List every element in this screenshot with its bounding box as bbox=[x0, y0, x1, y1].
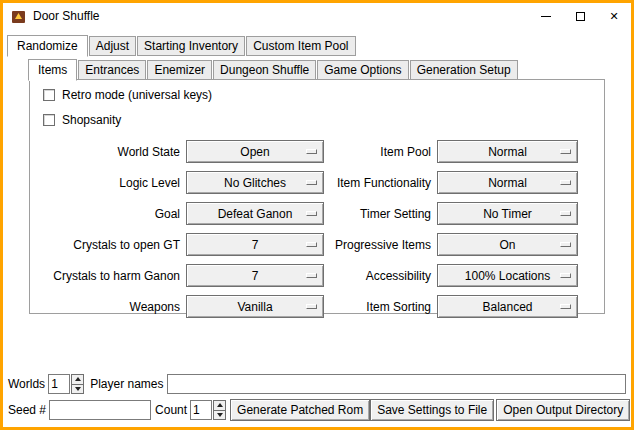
world-state-label: World State bbox=[36, 145, 180, 159]
item-functionality-row: Item Functionality Normal bbox=[322, 167, 578, 198]
progressive-items-value: On bbox=[499, 238, 515, 252]
dropdown-indicator-icon bbox=[560, 180, 571, 185]
timer-setting-label: Timer Setting bbox=[322, 207, 431, 221]
count-input[interactable] bbox=[190, 400, 212, 420]
open-output-button[interactable]: Open Output Directory bbox=[496, 399, 630, 421]
tab-items[interactable]: Items bbox=[28, 59, 77, 81]
down-arrow-icon bbox=[75, 387, 81, 391]
items-pane: Retro mode (universal keys) Shopsanity W… bbox=[29, 79, 605, 314]
progressive-items-label: Progressive Items bbox=[322, 238, 431, 252]
item-sorting-label: Item Sorting bbox=[322, 300, 431, 314]
save-settings-button[interactable]: Save Settings to File bbox=[370, 399, 494, 421]
seed-row: Seed # Count Generate Patched Rom Save S… bbox=[8, 399, 626, 421]
app-icon bbox=[11, 9, 26, 24]
item-pool-dropdown[interactable]: Normal bbox=[437, 140, 578, 163]
weapons-value: Vanilla bbox=[237, 300, 272, 314]
crystals-ganon-dropdown[interactable]: 7 bbox=[186, 264, 324, 287]
tab-dungeon-shuffle[interactable]: Dungeon Shuffle bbox=[213, 60, 316, 80]
window-controls: ✕ bbox=[529, 3, 631, 29]
weapons-label: Weapons bbox=[36, 300, 180, 314]
tab-game-options[interactable]: Game Options bbox=[317, 60, 408, 80]
client-area: Randomize Adjust Starting Inventory Cust… bbox=[3, 29, 631, 427]
world-state-row: World State Open bbox=[36, 136, 324, 167]
minimize-button[interactable] bbox=[529, 3, 563, 29]
crystals-gt-dropdown[interactable]: 7 bbox=[186, 233, 324, 256]
crystals-ganon-value: 7 bbox=[252, 269, 259, 283]
world-state-value: Open bbox=[240, 145, 269, 159]
timer-setting-dropdown[interactable]: No Timer bbox=[437, 202, 578, 225]
shopsanity-row: Shopsanity bbox=[43, 113, 121, 127]
player-names-label: Player names bbox=[90, 377, 163, 391]
count-down-button[interactable] bbox=[213, 410, 226, 421]
logic-level-row: Logic Level No Glitches bbox=[36, 167, 324, 198]
item-pool-row: Item Pool Normal bbox=[322, 136, 578, 167]
retro-mode-checkbox[interactable] bbox=[43, 89, 55, 101]
dropdown-indicator-icon bbox=[560, 211, 571, 216]
count-spinner bbox=[190, 400, 226, 420]
maximize-icon bbox=[576, 12, 585, 21]
worlds-input[interactable] bbox=[48, 374, 70, 394]
seed-input[interactable] bbox=[49, 400, 151, 420]
tab-generation-setup[interactable]: Generation Setup bbox=[410, 60, 518, 80]
dropdown-indicator-icon bbox=[306, 180, 317, 185]
window: Door Shuffle ✕ Randomize Adjust Starting… bbox=[0, 0, 634, 430]
weapons-row: Weapons Vanilla bbox=[36, 291, 324, 322]
window-title: Door Shuffle bbox=[33, 9, 100, 23]
progressive-items-dropdown[interactable]: On bbox=[437, 233, 578, 256]
item-pool-value: Normal bbox=[488, 145, 527, 159]
left-settings-column: World State Open Logic Level No Glitches… bbox=[36, 136, 324, 322]
up-arrow-icon bbox=[217, 403, 223, 407]
tab-custom-item-pool[interactable]: Custom Item Pool bbox=[246, 36, 355, 56]
accessibility-value: 100% Locations bbox=[465, 269, 550, 283]
shopsanity-checkbox[interactable] bbox=[43, 114, 55, 126]
dropdown-indicator-icon bbox=[306, 149, 317, 154]
player-names-input[interactable] bbox=[167, 374, 627, 394]
inner-tab-bar: Items Entrances Enemizer Dungeon Shuffle… bbox=[28, 59, 631, 80]
dropdown-indicator-icon bbox=[306, 211, 317, 216]
accessibility-label: Accessibility bbox=[322, 269, 431, 283]
item-functionality-dropdown[interactable]: Normal bbox=[437, 171, 578, 194]
dropdown-indicator-icon bbox=[306, 273, 317, 278]
item-functionality-label: Item Functionality bbox=[322, 176, 431, 190]
dropdown-indicator-icon bbox=[560, 273, 571, 278]
goal-dropdown[interactable]: Defeat Ganon bbox=[186, 202, 324, 225]
tab-randomize[interactable]: Randomize bbox=[7, 35, 88, 57]
timer-setting-row: Timer Setting No Timer bbox=[322, 198, 578, 229]
down-arrow-icon bbox=[217, 413, 223, 417]
up-arrow-icon bbox=[75, 377, 81, 381]
outer-tab-bar: Randomize Adjust Starting Inventory Cust… bbox=[7, 35, 631, 56]
generate-rom-button[interactable]: Generate Patched Rom bbox=[230, 399, 370, 421]
item-sorting-dropdown[interactable]: Balanced bbox=[437, 295, 578, 318]
dropdown-indicator-icon bbox=[560, 242, 571, 247]
right-settings-column: Item Pool Normal Item Functionality Norm… bbox=[322, 136, 578, 322]
tab-adjust[interactable]: Adjust bbox=[89, 36, 136, 56]
accessibility-dropdown[interactable]: 100% Locations bbox=[437, 264, 578, 287]
goal-row: Goal Defeat Ganon bbox=[36, 198, 324, 229]
goal-value: Defeat Ganon bbox=[218, 207, 293, 221]
dropdown-indicator-icon bbox=[306, 304, 317, 309]
crystals-gt-value: 7 bbox=[252, 238, 259, 252]
titlebar[interactable]: Door Shuffle ✕ bbox=[3, 3, 631, 29]
close-button[interactable]: ✕ bbox=[597, 3, 631, 29]
crystals-ganon-row: Crystals to harm Ganon 7 bbox=[36, 260, 324, 291]
tab-entrances[interactable]: Entrances bbox=[78, 60, 146, 80]
logic-level-dropdown[interactable]: No Glitches bbox=[186, 171, 324, 194]
progressive-items-row: Progressive Items On bbox=[322, 229, 578, 260]
tab-starting-inventory[interactable]: Starting Inventory bbox=[137, 36, 245, 56]
dropdown-indicator-icon bbox=[560, 304, 571, 309]
maximize-button[interactable] bbox=[563, 3, 597, 29]
world-state-dropdown[interactable]: Open bbox=[186, 140, 324, 163]
worlds-row: Worlds Player names bbox=[8, 374, 626, 394]
count-spinner-buttons bbox=[213, 400, 226, 420]
close-icon: ✕ bbox=[609, 11, 618, 22]
crystals-ganon-label: Crystals to harm Ganon bbox=[36, 269, 180, 283]
worlds-label: Worlds bbox=[8, 377, 45, 391]
worlds-spinner-buttons bbox=[71, 374, 84, 394]
worlds-spinner bbox=[48, 374, 84, 394]
crystals-gt-row: Crystals to open GT 7 bbox=[36, 229, 324, 260]
tab-enemizer[interactable]: Enemizer bbox=[147, 60, 212, 80]
retro-mode-row: Retro mode (universal keys) bbox=[43, 88, 212, 102]
weapons-dropdown[interactable]: Vanilla bbox=[186, 295, 324, 318]
logic-level-value: No Glitches bbox=[224, 176, 286, 190]
worlds-down-button[interactable] bbox=[71, 384, 84, 395]
